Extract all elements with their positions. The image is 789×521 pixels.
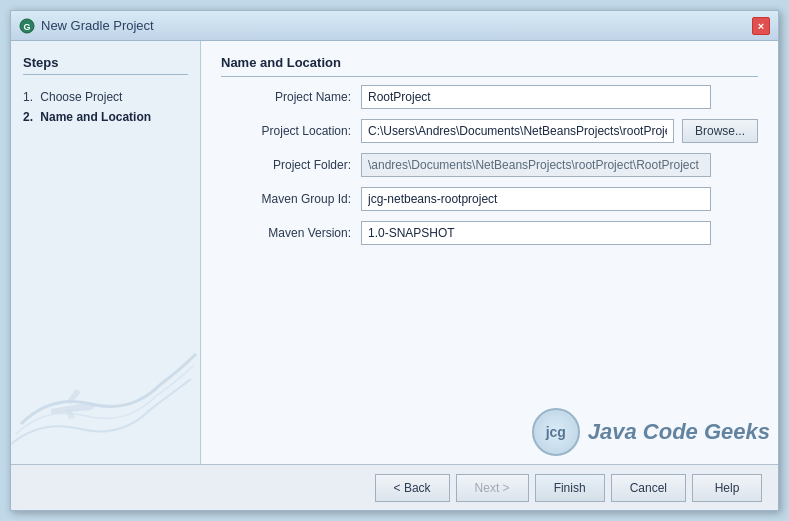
steps-background-decoration bbox=[11, 334, 200, 464]
content-panel: Name and Location Project Name: Project … bbox=[201, 41, 778, 464]
step-1-number: 1. bbox=[23, 90, 33, 104]
svg-text:G: G bbox=[23, 22, 30, 32]
help-button[interactable]: Help bbox=[692, 474, 762, 502]
svg-marker-2 bbox=[51, 402, 96, 414]
next-button[interactable]: Next > bbox=[456, 474, 529, 502]
project-folder-label: Project Folder: bbox=[221, 158, 351, 172]
steps-heading: Steps bbox=[23, 55, 188, 75]
steps-list: 1. Choose Project 2. Name and Location bbox=[23, 87, 188, 127]
section-title: Name and Location bbox=[221, 55, 758, 77]
project-name-input[interactable] bbox=[361, 85, 711, 109]
maven-group-id-label: Maven Group Id: bbox=[221, 192, 351, 206]
back-button[interactable]: < Back bbox=[375, 474, 450, 502]
maven-group-id-input[interactable] bbox=[361, 187, 711, 211]
title-bar: G New Gradle Project × bbox=[11, 11, 778, 41]
step-1: 1. Choose Project bbox=[23, 87, 188, 107]
jcg-logo: jcg bbox=[532, 408, 580, 456]
jcg-brand-text: Java Code Geeks bbox=[588, 419, 770, 445]
step-2: 2. Name and Location bbox=[23, 107, 188, 127]
jcg-logo-text: jcg bbox=[546, 424, 566, 440]
gradle-icon: G bbox=[19, 18, 35, 34]
steps-panel: Steps 1. Choose Project 2. Name and Loca… bbox=[11, 41, 201, 464]
project-folder-input bbox=[361, 153, 711, 177]
project-location-input[interactable] bbox=[361, 119, 674, 143]
jcg-watermark: jcg Java Code Geeks bbox=[532, 408, 770, 456]
svg-marker-4 bbox=[66, 410, 76, 419]
maven-version-label: Maven Version: bbox=[221, 226, 351, 240]
browse-button[interactable]: Browse... bbox=[682, 119, 758, 143]
maven-group-id-row: Maven Group Id: bbox=[221, 187, 758, 211]
project-name-label: Project Name: bbox=[221, 90, 351, 104]
project-name-row: Project Name: bbox=[221, 85, 758, 109]
step-1-label: Choose Project bbox=[40, 90, 122, 104]
svg-marker-3 bbox=[66, 389, 81, 404]
step-2-number: 2. bbox=[23, 110, 33, 124]
step-2-label: Name and Location bbox=[40, 110, 151, 124]
project-location-label: Project Location: bbox=[221, 124, 351, 138]
finish-button[interactable]: Finish bbox=[535, 474, 605, 502]
cancel-button[interactable]: Cancel bbox=[611, 474, 686, 502]
maven-version-input[interactable] bbox=[361, 221, 711, 245]
close-button[interactable]: × bbox=[752, 17, 770, 35]
title-bar-left: G New Gradle Project bbox=[19, 18, 154, 34]
project-folder-row: Project Folder: bbox=[221, 153, 758, 177]
dialog-body: Steps 1. Choose Project 2. Name and Loca… bbox=[11, 41, 778, 464]
maven-version-row: Maven Version: bbox=[221, 221, 758, 245]
dialog-window: G New Gradle Project × Steps 1. Choose P… bbox=[10, 10, 779, 511]
dialog-title: New Gradle Project bbox=[41, 18, 154, 33]
project-location-row: Project Location: Browse... bbox=[221, 119, 758, 143]
dialog-footer: < Back Next > Finish Cancel Help bbox=[11, 464, 778, 510]
